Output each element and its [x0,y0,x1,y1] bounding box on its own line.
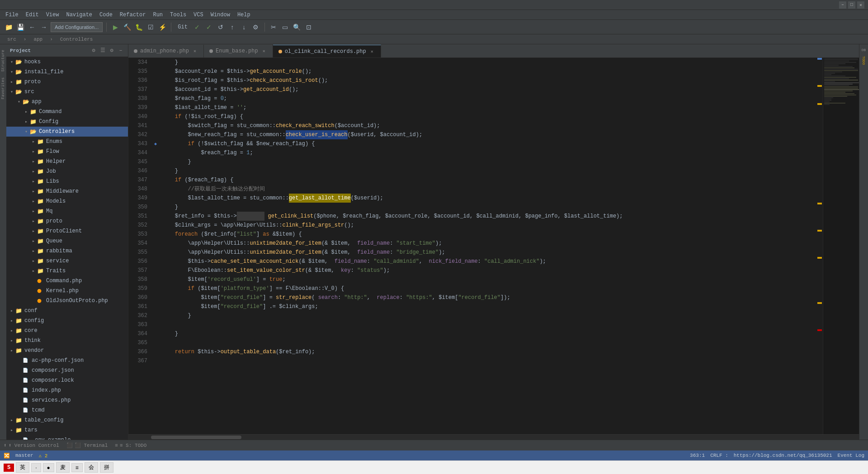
version-control-item[interactable]: ⬆ ⬆ Version Control [4,442,59,448]
tree-settings-btn[interactable]: ⚙ [90,47,97,54]
status-git-icon[interactable]: 🔀 [4,453,10,459]
tree-item-Command-php[interactable]: 🟠Command.php [6,276,128,286]
tab-close-ol-clink[interactable]: ✕ [369,48,375,55]
todo-item[interactable]: ≡ ≡ S: TODO [115,443,146,448]
toolbar-project-btn[interactable]: 📁 [4,22,14,32]
tree-item-composer-json[interactable]: 📄composer.json [6,365,128,375]
tree-gear-btn[interactable]: ⚙ [108,47,115,54]
toolbar-run-btn[interactable]: ▶ [110,22,120,32]
ime-pinyin-btn[interactable]: 拼 [100,462,113,473]
tree-item-Middleware[interactable]: ▸📁Middleware [6,186,128,196]
tree-item-Kernel-php[interactable]: 🟠Kernel.php [6,286,128,296]
toolbar-scissors-btn[interactable]: ✂ [269,22,278,32]
menu-window[interactable]: Window [207,11,234,19]
tree-item-core[interactable]: ▸📁core [6,326,128,336]
status-warning[interactable]: ⚠ 2 [39,453,48,459]
status-git-branch[interactable]: master [15,453,33,458]
tree-item-composer-lock[interactable]: 📄composer.lock [6,375,128,385]
git-check2-btn[interactable]: ✓ [204,22,214,32]
tree-item-proto[interactable]: ▸📁proto [6,216,128,226]
status-encoding[interactable]: CRLF : [710,453,728,458]
scrollbar-thumb[interactable] [151,436,241,439]
favorites-tab[interactable]: Favorites [0,76,6,101]
menu-edit[interactable]: Edit [22,11,42,19]
terminal-item[interactable]: ⬛ ⬛ Terminal [66,442,108,448]
tree-item-Job[interactable]: ▸📁Job [6,166,128,176]
tree-item-OldJsonOutProto-php[interactable]: 🟠OldJsonOutProto.php [6,296,128,306]
tree-item-Command[interactable]: ▸📁Command [6,107,128,117]
horizontal-scrollbar[interactable] [128,434,859,440]
toolbar-profile-btn[interactable]: ⚡ [157,22,167,32]
tree-layout-btn[interactable]: ☰ [99,47,106,54]
toolbar-forward-btn[interactable]: → [39,22,49,32]
tab-ol-clink[interactable]: ol_clink_call_records.php ✕ [273,45,381,57]
database-icon[interactable]: DB [860,46,868,53]
tree-item-index-php[interactable]: 📄index.php [6,385,128,395]
tree-item-Models[interactable]: ▸📁Models [6,196,128,206]
menu-file[interactable]: File [2,11,22,19]
tree-item-tcmd[interactable]: 📄tcmd [6,405,128,415]
todo-icon[interactable]: TODO [860,57,868,64]
tab-enum-base[interactable]: Enum_base.php ✕ [204,45,273,57]
tree-close-btn[interactable]: – [117,47,124,54]
toolbar-misc-btn[interactable]: ⊡ [304,22,314,32]
tab-close-admin-phone[interactable]: ✕ [192,48,198,54]
tree-item-ProtoClient[interactable]: ▸📁ProtoClient [6,226,128,236]
menu-view[interactable]: View [42,11,63,19]
breadcrumb-src[interactable]: src [4,37,20,42]
tree-item-ac-php-conf-json[interactable]: 📄ac-php-conf.json [6,356,128,365]
tree-item-services-php[interactable]: 📄services.php [6,395,128,405]
toolbar-rect-btn[interactable]: ▭ [280,22,290,32]
tree-item-rabbitma[interactable]: ▸📁rabbitma [6,246,128,256]
menu-help[interactable]: Help [234,11,254,19]
breakpoint-gutter[interactable]: ◆ [151,58,160,434]
tree-item-Controllers[interactable]: ▾📂Controllers [6,127,128,137]
tree-item-src[interactable]: ▾📂src [6,87,128,97]
menu-run[interactable]: Run [149,11,166,19]
toolbar-save-btn[interactable]: 💾 [15,22,25,32]
status-position[interactable]: 363:1 [690,453,705,458]
tab-close-enum-base[interactable]: ✕ [261,48,267,54]
menu-vcs[interactable]: VCS [190,11,207,19]
git-label[interactable]: Git [175,23,190,31]
tree-item-table_config[interactable]: ▸📁table_config [6,415,128,425]
menu-code[interactable]: Code [96,11,116,19]
git-revert-btn[interactable]: ↺ [216,22,226,32]
ime-chinese-btn[interactable]: 英 [16,462,29,473]
tree-item-service[interactable]: ▸📁service [6,256,128,266]
breadcrumb-controllers[interactable]: Controllers [57,37,97,42]
toolbar-coverage-btn[interactable]: ☑ [146,22,156,32]
structure-tab[interactable]: Structure [0,48,6,74]
tree-item-think[interactable]: ▸📁think [6,336,128,346]
toolbar-back-btn[interactable]: ← [27,22,37,32]
tree-item-app[interactable]: ▾📂app [6,97,128,107]
tree-item-Mq[interactable]: ▸📁Mq [6,206,128,216]
tree-item-Enums[interactable]: ▸📁Enums [6,137,128,147]
menu-refactor[interactable]: Refactor [116,11,150,19]
code-editor[interactable]: } $account_role = $this->get_account_rol… [160,58,815,434]
ime-menu-btn[interactable]: ≡ [71,463,83,472]
tree-item--env-example[interactable]: 📄.env.example [6,435,128,440]
git-check-btn[interactable]: ✓ [192,22,202,32]
ime-mic-btn[interactable]: 麦 [56,462,70,473]
minimize-button[interactable]: – [839,1,846,9]
toolbar-run2-btn[interactable]: ⚙ [251,22,261,32]
status-url[interactable]: https://blog.csdn.net/qq_36135021 [734,453,832,458]
tab-admin-phone[interactable]: admin_phone.php ✕ [128,45,204,57]
tree-item-install_file[interactable]: ▾📂install_file [6,67,128,77]
tree-item-conf[interactable]: ▸📁conf [6,306,128,316]
restore-button[interactable]: □ [848,1,855,9]
tree-item-Helper[interactable]: ▸📁Helper [6,156,128,166]
toolbar-debug-btn[interactable]: 🐛 [134,22,144,32]
tree-item-proto[interactable]: ▸📁proto [6,77,128,87]
status-event-log[interactable]: Event Log [838,453,864,458]
add-config-button[interactable]: Add Configuration... [51,22,103,32]
ime-dot2-btn[interactable]: ● [43,463,54,472]
menu-navigate[interactable]: Navigate [62,11,96,19]
tree-item-Config[interactable]: ▸📁Config [6,117,128,127]
tree-item-Flow[interactable]: ▸📁Flow [6,147,128,156]
close-button[interactable]: ✕ [857,1,864,9]
git-push-btn[interactable]: ↑ [227,22,237,32]
menu-tools[interactable]: Tools [166,11,190,19]
tree-item-Traits[interactable]: ▸📁Traits [6,266,128,276]
